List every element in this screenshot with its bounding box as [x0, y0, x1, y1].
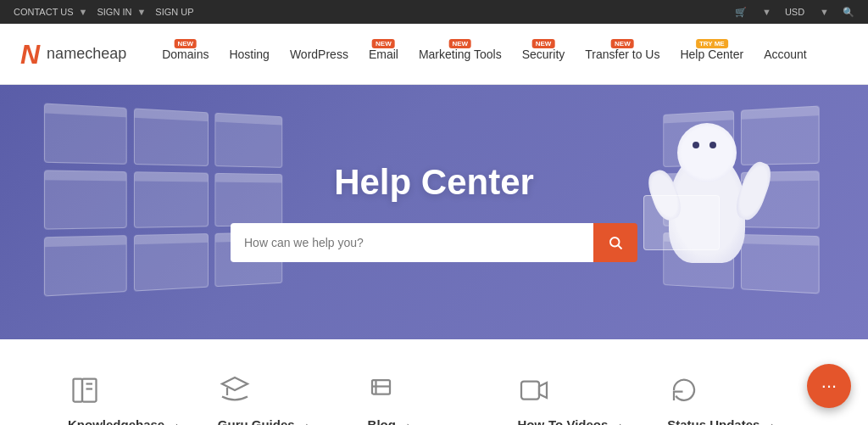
hero-bg-screens-left [44, 103, 282, 297]
screen-4 [44, 170, 127, 229]
search-button[interactable] [593, 223, 637, 262]
navbar: N namecheap NEWDomainsHostingWordPressNE… [0, 24, 868, 85]
yeti-eye-right [709, 142, 716, 148]
screen-3 [214, 113, 282, 168]
nav-label: Transfer to Us [585, 48, 659, 61]
currency-selector[interactable]: USD [785, 7, 804, 17]
nav-item-wordpress[interactable]: WordPress [281, 44, 357, 64]
card-title[interactable]: Blog → [368, 417, 501, 425]
nav-item-help-center[interactable]: TRY MEHelp Center [671, 44, 752, 64]
graduate-icon [218, 373, 252, 407]
nav-label: Help Center [680, 48, 743, 61]
nav-item-email[interactable]: NEWEmail [360, 44, 407, 64]
nav-badge-transfer-to-us: NEW [611, 39, 634, 48]
yeti-eyes [693, 142, 716, 148]
topbar-right: 🛒 ▼ USD ▼ 🔍 [735, 7, 854, 18]
card-title[interactable]: Guru Guides → [218, 417, 351, 425]
video-icon [517, 373, 551, 407]
hero-title: Help Center [334, 162, 534, 203]
nav-badge-domains: NEW [174, 39, 197, 48]
book-icon [68, 373, 102, 407]
card-graduate: Guru Guides →Get deeper-level expertise … [218, 373, 351, 425]
screen-7 [44, 235, 127, 296]
nav-badge-marketing-tools: NEW [448, 39, 471, 48]
yeti-screen [643, 195, 720, 250]
edit-icon [368, 373, 402, 407]
topbar: CONTACT US ▼ SIGN IN ▼ SIGN UP 🛒 ▼ USD ▼… [0, 0, 868, 24]
screen-2 [134, 108, 209, 165]
search-icon-topbar[interactable]: 🔍 [843, 7, 854, 18]
logo-icon: N [20, 41, 40, 68]
cart-arrow: ▼ [762, 7, 771, 17]
yeti-eye-left [693, 142, 699, 148]
cart-icon[interactable]: 🛒 [735, 7, 747, 18]
nav-label: Email [369, 48, 398, 61]
screen-5 [134, 171, 209, 228]
card-video: How-To Videos →Make it easy with our gro… [517, 373, 650, 425]
contact-us-arrow: ▼ [79, 7, 88, 17]
nav-label: Security [522, 48, 565, 61]
topbar-left: CONTACT US ▼ SIGN IN ▼ SIGN UP [14, 7, 194, 17]
cards-section: Knowledgebase →Let us walk you through o… [0, 339, 868, 425]
search-input[interactable] [231, 223, 593, 262]
logo-text: namecheap [47, 45, 126, 63]
nav-item-hosting[interactable]: Hosting [220, 44, 277, 64]
nav-item-transfer-to-us[interactable]: NEWTransfer to Us [576, 44, 668, 64]
card-title[interactable]: Knowledgebase → [68, 417, 201, 425]
sign-up-link[interactable]: SIGN UP [155, 7, 193, 17]
yeti-head [677, 123, 737, 182]
nav-label: Domains [162, 48, 209, 61]
yeti-mascot [648, 153, 766, 339]
search-bar [231, 223, 637, 262]
card-refresh: Status Updates →Check the current status… [667, 373, 800, 425]
nav-item-domains[interactable]: NEWDomains [153, 44, 217, 64]
contact-us-link[interactable]: CONTACT US [14, 7, 74, 17]
sign-in-arrow: ▼ [136, 7, 146, 17]
svg-marker-10 [539, 383, 547, 398]
sign-in-link[interactable]: SIGN IN [97, 7, 131, 17]
chat-button[interactable]: ··· [807, 364, 851, 408]
logo[interactable]: N namecheap [20, 41, 126, 68]
card-title[interactable]: Status Updates → [667, 417, 800, 425]
nav-item-marketing-tools[interactable]: NEWMarketing Tools [410, 44, 510, 64]
screen-8 [134, 233, 209, 291]
chat-icon: ··· [821, 375, 837, 397]
card-edit: Blog →Read top articles from our residen… [368, 373, 501, 425]
card-title[interactable]: How-To Videos → [517, 417, 650, 425]
hero-section: Help Center [0, 85, 868, 339]
svg-line-1 [618, 245, 621, 249]
nav-label: Account [764, 48, 807, 61]
screen-1 [44, 103, 127, 165]
svg-rect-9 [521, 382, 539, 400]
nav-badge-email: NEW [372, 39, 395, 48]
screen-6 [214, 173, 282, 226]
nav-menu: NEWDomainsHostingWordPressNEWEmailNEWMar… [153, 44, 848, 64]
nav-item-security[interactable]: NEWSecurity [514, 44, 574, 64]
refresh-icon [667, 373, 701, 407]
card-book: Knowledgebase →Let us walk you through o… [68, 373, 201, 425]
nav-label: Hosting [229, 48, 269, 61]
search-button-icon [608, 235, 623, 250]
nav-label: WordPress [290, 48, 348, 61]
nav-badge-security: NEW [532, 39, 555, 48]
nav-item-account[interactable]: Account [755, 44, 815, 64]
currency-arrow: ▼ [820, 7, 829, 17]
svg-rect-3 [82, 379, 97, 402]
nav-label: Marketing Tools [419, 48, 502, 61]
svg-rect-2 [74, 379, 83, 402]
nav-badge-help-center: TRY ME [696, 39, 728, 48]
svg-point-0 [610, 238, 620, 247]
